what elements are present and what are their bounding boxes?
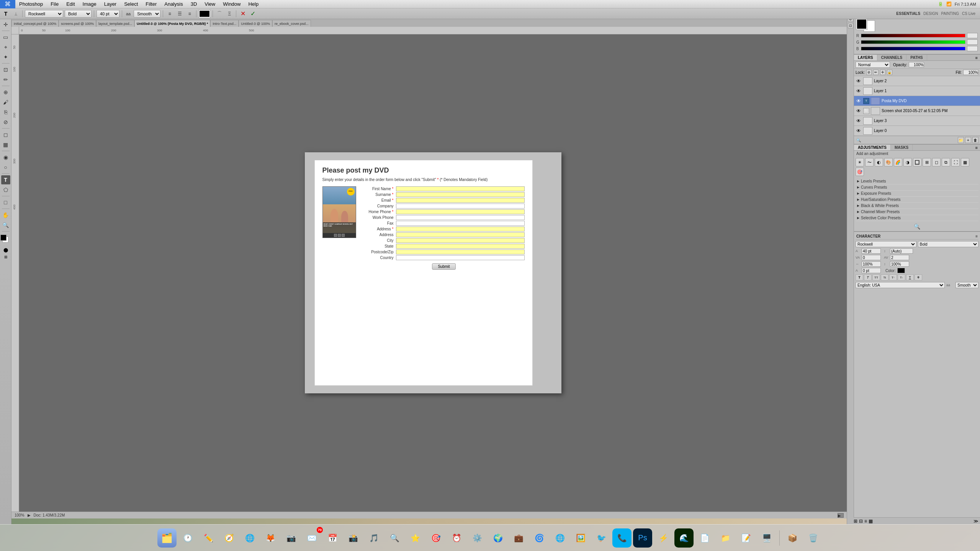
char-font-style-select[interactable]: Bold bbox=[918, 241, 979, 247]
preset-bw[interactable]: ▶ Black & White Presets bbox=[856, 203, 978, 209]
submit-button[interactable]: Submit bbox=[432, 263, 455, 270]
tab-7[interactable]: re_ebook_cover.psd... bbox=[272, 20, 311, 27]
layer-eye-layer1[interactable]: 👁 bbox=[856, 88, 862, 94]
input-address2[interactable] bbox=[396, 232, 525, 237]
dock-star[interactable]: ⭐ bbox=[406, 528, 425, 548]
marquee-tool[interactable]: ▭ bbox=[1, 33, 10, 42]
layer-item-layer3[interactable]: 👁 Layer 3 bbox=[854, 116, 980, 126]
char-smallcaps-btn[interactable]: Tt bbox=[881, 274, 888, 280]
warp-text-btn[interactable]: ⌒ bbox=[215, 10, 224, 18]
lock-pixels-btn[interactable]: ✏ bbox=[873, 70, 879, 75]
char-superscript-btn[interactable]: T↑ bbox=[889, 274, 897, 280]
eyedropper-tool[interactable]: ✏ bbox=[1, 75, 10, 84]
dock-firefox[interactable]: 🦊 bbox=[261, 528, 280, 548]
history-brush[interactable]: ⊘ bbox=[1, 117, 10, 127]
char-kerning-input[interactable] bbox=[862, 255, 881, 260]
quick-mask-btn[interactable]: ⬤ bbox=[3, 248, 8, 253]
lasso-tool[interactable]: ⌖ bbox=[1, 42, 10, 52]
tab-layers[interactable]: LAYERS bbox=[854, 55, 877, 60]
layer-item-screenshot[interactable]: 👁 ⬜ Screen shot 2010-05-27 at 5:12:05 PM bbox=[854, 106, 980, 116]
dock-itunes[interactable]: 🎵 bbox=[364, 528, 383, 548]
tab-6[interactable]: Untitled-3 @ 100% bbox=[239, 20, 272, 27]
cancel-edit-btn[interactable]: ✕ bbox=[239, 10, 247, 18]
dock-calendar[interactable]: 📅 bbox=[323, 528, 342, 548]
preset-selective-color[interactable]: ▶ Selective Color Presets bbox=[856, 215, 978, 221]
menu-3d[interactable]: 3D bbox=[187, 0, 201, 8]
dock-preview[interactable]: 🔍 bbox=[385, 528, 404, 548]
dock-photoshop[interactable]: Ps bbox=[633, 528, 652, 548]
dock-trash[interactable]: 🗑️ bbox=[803, 528, 823, 548]
aa-select[interactable]: Smooth bbox=[134, 10, 160, 18]
input-state[interactable] bbox=[396, 244, 525, 249]
char-bold-btn[interactable]: T bbox=[856, 274, 863, 280]
dock-time-machine[interactable]: ⏰ bbox=[447, 528, 466, 548]
preset-hue-saturation[interactable]: ▶ Hue/Saturation Presets bbox=[856, 197, 978, 203]
preset-levels[interactable]: ▶ Levels Presets bbox=[856, 178, 978, 184]
text-tool[interactable]: T bbox=[1, 175, 10, 184]
menu-select[interactable]: Select bbox=[120, 0, 142, 8]
tab-masks[interactable]: MASKS bbox=[891, 145, 913, 150]
layer-item-layer0[interactable]: 👁 Layer 0 bbox=[854, 126, 980, 136]
layer-eye-layer2[interactable]: 👁 bbox=[856, 78, 862, 84]
panel-status-icon-4[interactable]: ▦ bbox=[869, 518, 873, 524]
menu-analysis[interactable]: Analysis bbox=[160, 0, 187, 8]
dock-browser[interactable]: 🌐 bbox=[550, 528, 569, 548]
layer-item-postamdvd[interactable]: 👁 T Posta My DVD bbox=[854, 96, 980, 106]
char-strikethrough-btn[interactable]: T bbox=[915, 274, 922, 280]
adj-threshold-btn[interactable]: ⛶ bbox=[951, 158, 960, 166]
tab-1[interactable]: initial_concept.psd @ 100% bbox=[11, 20, 59, 27]
layer-item-layer1[interactable]: 👁 Layer 1 bbox=[854, 86, 980, 96]
gradient-tool[interactable]: ▦ bbox=[1, 140, 10, 149]
dock-safari[interactable]: 🧭 bbox=[219, 528, 239, 548]
char-color-swatch[interactable] bbox=[897, 268, 905, 273]
input-company[interactable] bbox=[396, 204, 525, 209]
char-aa-select[interactable]: Smooth bbox=[955, 282, 978, 288]
menu-file[interactable]: File bbox=[47, 0, 62, 8]
fill-input[interactable] bbox=[963, 70, 978, 75]
dock-script-editor[interactable]: ✏️ bbox=[199, 528, 218, 548]
dock-photo-booth[interactable]: 📸 bbox=[344, 528, 363, 548]
dock-acrobat[interactable]: 📄 bbox=[695, 528, 714, 548]
char-underline-btn[interactable]: T bbox=[906, 274, 914, 280]
adj-gradient-map-btn[interactable]: ▦ bbox=[961, 158, 969, 166]
path-tool[interactable]: ⬠ bbox=[1, 185, 10, 194]
cs-live-btn[interactable]: CS Live bbox=[962, 11, 975, 16]
input-address1[interactable] bbox=[396, 227, 525, 231]
g-value[interactable] bbox=[967, 39, 978, 45]
layer-eye-layer3[interactable]: 👁 bbox=[856, 118, 862, 124]
essentials-btn[interactable]: ESSENTIALS bbox=[896, 11, 920, 16]
char-font-family-select[interactable]: Rockwell bbox=[856, 241, 916, 247]
magic-wand-tool[interactable]: ✦ bbox=[1, 52, 10, 62]
char-subscript-btn[interactable]: T↓ bbox=[898, 274, 905, 280]
layer-item-layer2[interactable]: 👁 Layer 2 bbox=[854, 76, 980, 86]
char-scale-h-input[interactable] bbox=[862, 261, 881, 267]
dock-dreamweaver[interactable]: 🌊 bbox=[674, 528, 694, 548]
dock-photos[interactable]: 🖼️ bbox=[571, 528, 590, 548]
adj-exposure-btn[interactable]: ◐ bbox=[875, 158, 883, 166]
adj-hue-btn[interactable]: 🌈 bbox=[894, 158, 902, 166]
panel-status-icon-1[interactable]: ⊞ bbox=[854, 518, 857, 524]
design-btn[interactable]: DESIGN bbox=[923, 11, 938, 16]
dock-app-package[interactable]: 📦 bbox=[783, 528, 802, 548]
r-slider[interactable] bbox=[861, 34, 965, 37]
dock-chrome[interactable]: 🌐 bbox=[240, 528, 259, 548]
menu-view[interactable]: View bbox=[201, 0, 219, 8]
adj-posterize-btn[interactable]: ⧉ bbox=[942, 158, 950, 166]
adj-channel-mixer-btn[interactable]: ⊞ bbox=[923, 158, 931, 166]
tab-channels[interactable]: CHANNELS bbox=[877, 55, 907, 60]
char-leading-input[interactable] bbox=[890, 248, 913, 254]
tab-4[interactable]: Untitled-3 @ 100% (Posta My DVD, RGB/8) … bbox=[134, 20, 210, 27]
menu-photoshop[interactable]: Photoshop bbox=[15, 0, 47, 8]
font-style-select[interactable]: Bold bbox=[65, 10, 92, 18]
dock-notes[interactable]: 📝 bbox=[736, 528, 756, 548]
dock-dashboard[interactable]: 🕐 bbox=[178, 528, 197, 548]
b-slider[interactable] bbox=[861, 47, 965, 51]
char-allcaps-btn[interactable]: TT bbox=[872, 274, 880, 280]
char-tracking-input[interactable] bbox=[890, 255, 909, 260]
hand-tool[interactable]: ✋ bbox=[1, 210, 10, 220]
crop-tool[interactable]: ⊡ bbox=[1, 65, 10, 74]
layer-eye-postamydvd[interactable]: 👁 bbox=[856, 98, 862, 104]
panel-status-icon-5[interactable]: ≫ bbox=[973, 518, 978, 524]
menu-filter[interactable]: Filter bbox=[142, 0, 160, 8]
input-country[interactable] bbox=[396, 255, 525, 260]
